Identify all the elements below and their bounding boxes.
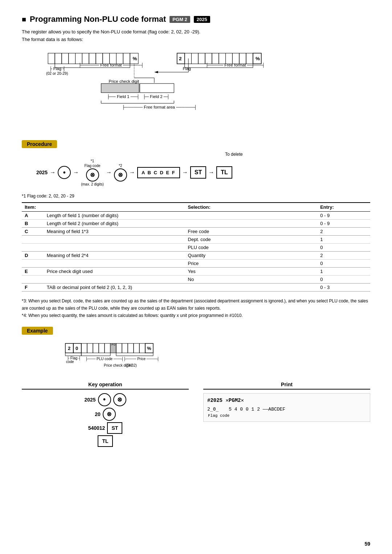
table-cell-entry: 2 — [317, 227, 370, 235]
svg-text:0: 0 — [75, 346, 78, 351]
step1-x[interactable]: ⊗ — [113, 393, 126, 406]
step2-x[interactable]: ⊗ — [103, 408, 116, 421]
svg-rect-21 — [219, 53, 226, 64]
svg-rect-66 — [116, 343, 122, 353]
arrow4: → — [129, 169, 135, 176]
svg-rect-62 — [105, 343, 110, 353]
svg-text:├────── Free format ──────┤: ├────── Free format ──────┤ — [78, 62, 144, 68]
svg-rect-59 — [87, 343, 93, 353]
x1-key[interactable]: ⊗ — [86, 168, 99, 182]
key-step-1: 2025 • ⊗ — [84, 393, 126, 406]
table-cell-selection — [185, 219, 318, 227]
st-key[interactable]: ST — [190, 166, 206, 179]
step3-st[interactable]: ST — [107, 422, 122, 434]
arrow1: → — [50, 169, 56, 176]
table-cell-entry: 0 - 9 — [317, 211, 370, 219]
svg-text:code: code — [66, 360, 74, 364]
arrow6: → — [208, 169, 214, 176]
footnote1-marker: *1 — [91, 159, 94, 163]
svg-text:├─ Field 2 ─┤: ├─ Field 2 ─┤ — [143, 94, 170, 99]
table-cell-entry: 0 — [317, 259, 370, 267]
svg-text:2: 2 — [68, 346, 70, 351]
svg-rect-10 — [116, 53, 123, 64]
svg-rect-11 — [123, 53, 130, 64]
svg-text:├── Field 1 ──┤: ├── Field 1 ──┤ — [107, 94, 139, 99]
format-diagram: % 2 % ├ Flag ┤ (02 or 20-29) ├────── Fre… — [22, 49, 370, 133]
example-diagram: 2 0 P D % — [22, 342, 370, 376]
step4-tl[interactable]: TL — [98, 435, 113, 447]
svg-rect-67 — [122, 343, 128, 353]
svg-rect-58 — [81, 343, 87, 353]
procedure-label: Procedure — [22, 140, 57, 148]
table-cell-desc: TAB or decimal point of field 2 (0, 1, 2… — [44, 283, 185, 291]
table-cell-desc — [44, 235, 185, 243]
table-cell-desc: Price check digit used — [44, 267, 185, 275]
table-cell-selection: Price — [185, 259, 318, 267]
page-number: 59 — [364, 541, 370, 547]
svg-rect-70 — [139, 343, 145, 353]
key-step-3: 540012 ST — [88, 422, 123, 434]
footnote4: *4: When you select quantity, the sales … — [22, 312, 370, 319]
table-cell-selection: No — [185, 275, 318, 283]
svg-text:%: % — [132, 56, 137, 61]
key-step-2: 20 ⊗ — [95, 408, 116, 421]
svg-rect-68 — [128, 343, 134, 353]
svg-marker-53 — [154, 71, 158, 73]
abcdef-key[interactable]: A B C D E F — [137, 167, 180, 178]
step1-dot[interactable]: • — [98, 393, 111, 406]
table-cell-entry: 0 — [317, 275, 370, 283]
table-cell-item: D — [22, 251, 44, 259]
col-item: Item: — [22, 203, 44, 212]
svg-text:D: D — [114, 343, 115, 346]
svg-rect-61 — [99, 343, 105, 353]
example-label: Example — [22, 327, 53, 335]
svg-rect-19 — [205, 53, 212, 64]
svg-text:├─── PLU code ───┤: ├─── PLU code ───┤ — [85, 357, 124, 362]
print-line1: #2025 ✕PGM2✕ — [207, 397, 366, 403]
svg-rect-43 — [101, 83, 139, 93]
step3-value: 540012 — [88, 425, 105, 431]
svg-rect-22 — [226, 53, 233, 64]
flag-code-label: Flag code — [85, 164, 101, 168]
arrow5: → — [182, 169, 188, 176]
svg-rect-7 — [96, 53, 103, 64]
svg-text:(TAB2): (TAB2) — [126, 363, 137, 367]
svg-text:Flag: Flag — [183, 66, 191, 71]
svg-text:P: P — [111, 343, 113, 346]
key-step-4: TL — [98, 435, 113, 447]
step2-value: 20 — [95, 411, 101, 417]
svg-rect-20 — [212, 53, 219, 64]
table-cell-entry: 0 - 3 — [317, 283, 370, 291]
svg-text:(02 or 20-29): (02 or 20-29) — [46, 72, 68, 76]
print-output: #2025 ✕PGM2✕ 2̲0̲ 5 4 0 0 1 2 ——ABCDEF F… — [203, 393, 370, 422]
svg-text:Price check digit: Price check digit — [109, 79, 140, 83]
print-line2: 2̲0̲ 5 4 0 0 1 2 ——ABCDEF — [207, 406, 366, 412]
svg-rect-0 — [48, 53, 55, 64]
col-selection-header — [44, 203, 185, 212]
svg-rect-44 — [140, 83, 174, 93]
svg-rect-2 — [62, 53, 69, 64]
key-print-area: Key operation 2025 • ⊗ 20 ⊗ 540012 ST — [22, 382, 370, 447]
x2-key[interactable]: ⊗ — [114, 168, 127, 182]
table-cell-desc — [44, 243, 185, 251]
svg-rect-16 — [185, 53, 192, 64]
tl-key[interactable]: TL — [216, 166, 232, 179]
table-cell-item: E — [22, 267, 44, 275]
to-delete-label: To delete — [225, 152, 243, 157]
dot-key[interactable]: • — [58, 166, 71, 179]
arrow2: → — [73, 169, 79, 176]
table-cell-desc: Meaning of field 2*4 — [44, 251, 185, 259]
svg-rect-23 — [232, 53, 239, 64]
table-cell-item — [22, 275, 44, 283]
intro-text: The register allows you to specify the N… — [22, 28, 370, 44]
svg-rect-25 — [246, 53, 253, 64]
svg-text:%: % — [147, 346, 151, 351]
key-operation-header: Key operation — [22, 382, 189, 390]
table-cell-item: B — [22, 219, 44, 227]
svg-rect-17 — [191, 53, 198, 64]
svg-rect-5 — [82, 53, 89, 64]
key-steps-list: 2025 • ⊗ 20 ⊗ 540012 ST TL — [22, 393, 189, 447]
svg-rect-60 — [93, 343, 99, 353]
table-cell-item: A — [22, 211, 44, 219]
page-title: ■ Programming Non-PLU code format PGM 2 … — [22, 15, 370, 24]
